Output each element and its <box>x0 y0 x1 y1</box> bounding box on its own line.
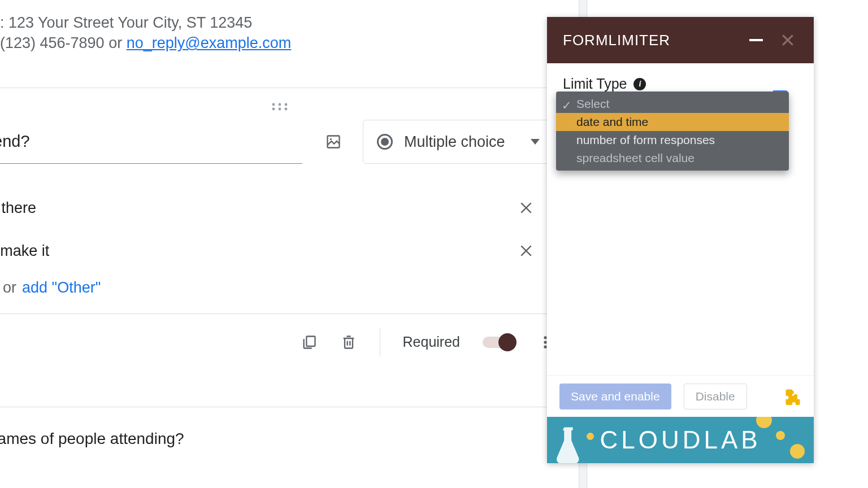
required-label: Required <box>403 334 460 350</box>
desc-or: or <box>105 34 127 51</box>
svg-point-4 <box>279 108 281 111</box>
duplicate-button[interactable] <box>301 334 318 351</box>
decor-dot <box>790 444 805 459</box>
panel-title: FORMLIMITER <box>563 32 735 49</box>
option-row[interactable]: e there <box>0 186 554 229</box>
save-and-enable-button[interactable]: Save and enable <box>559 384 671 409</box>
disable-button[interactable]: Disable <box>684 384 747 409</box>
flask-icon <box>554 426 583 463</box>
dropdown-placeholder-text: Select <box>576 97 609 111</box>
dropdown-option-responses[interactable]: number of form responses <box>556 131 789 149</box>
decor-dot <box>776 431 785 440</box>
next-question-card[interactable]: names of people attending? <box>0 407 571 448</box>
dropdown-option-label: spreadsheet cell value <box>576 151 695 165</box>
desc-prefix: : <box>0 14 8 31</box>
add-option-row: n or add "Other" <box>0 272 554 313</box>
next-question-title: names of people attending? <box>0 430 184 447</box>
question-card[interactable]: tend? Multiple choice e there 't make it <box>0 88 571 370</box>
drag-handle-icon[interactable] <box>0 99 571 114</box>
footer-divider <box>380 328 380 356</box>
question-title-input[interactable]: tend? <box>0 120 302 164</box>
remove-option-button[interactable] <box>518 200 534 216</box>
add-or-text: or <box>3 279 16 297</box>
close-button[interactable] <box>778 30 798 50</box>
svg-point-5 <box>285 108 288 111</box>
info-icon[interactable]: i <box>633 78 646 90</box>
svg-point-11 <box>544 345 546 348</box>
dropdown-option-label: number of form responses <box>576 133 715 147</box>
option-text[interactable]: e there <box>0 199 518 217</box>
svg-point-9 <box>544 336 546 339</box>
cloudlab-text: CLOUDLAB <box>600 426 761 454</box>
question-footer: Required <box>0 313 571 370</box>
required-toggle[interactable] <box>483 337 514 348</box>
question-title-text: tend? <box>0 132 30 151</box>
dropdown-placeholder[interactable]: ✓ Select <box>556 95 789 113</box>
check-icon: ✓ <box>562 99 572 112</box>
svg-point-10 <box>544 341 546 343</box>
dropdown-option-date-time[interactable]: date and time <box>556 113 789 131</box>
radio-icon <box>377 134 393 150</box>
decor-dot <box>587 433 594 440</box>
option-text[interactable]: 't make it <box>0 242 518 260</box>
minimize-button[interactable] <box>746 30 766 50</box>
limit-type-label: Limit Type <box>563 76 627 92</box>
svg-point-2 <box>285 103 288 106</box>
question-type-select[interactable]: Multiple choice <box>363 120 554 164</box>
form-editor-background: : 123 Your Street Your City, ST 12345 (1… <box>0 0 582 488</box>
svg-point-1 <box>279 103 281 106</box>
panel-body: Limit Type i ✓ Select date and time numb… <box>547 63 814 375</box>
options-list: e there 't make it n or add "Other" <box>0 169 571 313</box>
remove-option-button[interactable] <box>518 243 534 259</box>
svg-point-3 <box>272 108 275 111</box>
form-description: : 123 Your Street Your City, ST 12345 (1… <box>0 12 291 54</box>
dropdown-option-cell-value[interactable]: spreadsheet cell value <box>556 149 789 167</box>
svg-rect-8 <box>306 336 315 346</box>
formlimiter-panel: FORMLIMITER Limit Type i ✓ Select date a… <box>547 17 814 463</box>
svg-point-7 <box>330 138 332 140</box>
add-image-button[interactable] <box>322 130 345 153</box>
desc-phone: (123) 456-7890 <box>0 34 105 51</box>
desc-address: 123 Your Street Your City, ST 12345 <box>8 14 252 31</box>
addon-puzzle-icon[interactable] <box>784 388 801 405</box>
limit-type-label-row: Limit Type i <box>563 76 798 92</box>
limit-type-dropdown[interactable]: ✓ Select date and time number of form re… <box>556 91 789 171</box>
question-type-label: Multiple choice <box>404 133 519 151</box>
panel-footer: Save and enable Disable <box>547 375 814 417</box>
desc-email-link[interactable]: no_reply@example.com <box>127 34 292 51</box>
delete-button[interactable] <box>340 334 357 351</box>
add-other-link[interactable]: add "Other" <box>22 279 101 297</box>
dropdown-option-label: date and time <box>576 115 648 129</box>
panel-header: FORMLIMITER <box>547 17 814 63</box>
option-row[interactable]: 't make it <box>0 229 554 272</box>
chevron-down-icon <box>531 139 540 145</box>
svg-point-0 <box>272 103 275 106</box>
cloudlab-brand-banner: CLOUDLAB <box>547 417 814 463</box>
